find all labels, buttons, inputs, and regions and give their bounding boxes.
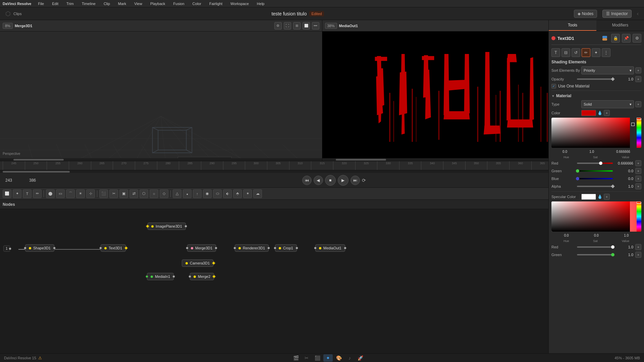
red-slider[interactable]: [577, 163, 613, 164]
hue-canvas[interactable]: [637, 118, 641, 148]
menu-playback[interactable]: Playback: [149, 1, 167, 6]
page-icon-cut[interactable]: ✂: [302, 354, 311, 362]
viewer-left-zoom[interactable]: 8%: [3, 23, 13, 29]
node-merge2[interactable]: Merge2: [190, 273, 214, 280]
inspector-tool-grid[interactable]: ⊟: [561, 48, 570, 57]
tool-light[interactable]: ☀: [76, 189, 85, 198]
collapse-icon[interactable]: ‹: [637, 11, 639, 17]
tool-poly2[interactable]: ◇: [160, 189, 168, 198]
inspector-tool-star[interactable]: ✦: [592, 48, 600, 57]
tool-cloud[interactable]: ☁: [253, 189, 262, 198]
node-text3d1[interactable]: Text3D1: [101, 244, 126, 252]
specular-hue-canvas[interactable]: [637, 201, 641, 232]
page-icon-audio[interactable]: ♪: [345, 354, 354, 362]
menu-timeline[interactable]: Timeline: [80, 1, 97, 6]
inspector-tool-t[interactable]: T: [551, 48, 560, 57]
nodes-button[interactable]: ◈ Nodes: [574, 10, 597, 18]
inspector-node-color-pick[interactable]: [600, 34, 609, 43]
tool-circle[interactable]: ○: [150, 189, 158, 198]
inspector-button[interactable]: ☰ Inspector: [602, 10, 631, 18]
inspector-tool-more[interactable]: ⋮: [602, 48, 610, 57]
node-partial[interactable]: 1: [3, 245, 10, 252]
tool-2d-transform[interactable]: ⬛: [99, 189, 108, 198]
tool-crop[interactable]: ▣: [119, 189, 128, 198]
opacity-add-btn[interactable]: +: [635, 76, 641, 82]
tool-paint[interactable]: ✏: [33, 189, 42, 198]
specular-dropper-icon[interactable]: 💧: [597, 194, 602, 199]
tool-flip[interactable]: ⇄: [129, 189, 138, 198]
tool-clip[interactable]: ✂: [109, 189, 118, 198]
tool-select[interactable]: ⬜: [3, 189, 11, 198]
blue-add-btn[interactable]: +: [635, 176, 641, 182]
viewer-right-zoom[interactable]: 38%: [325, 23, 337, 29]
inspector-tool-paint[interactable]: ✏: [582, 48, 590, 57]
menu-clip[interactable]: Clip: [102, 1, 111, 6]
color-swatch[interactable]: [581, 110, 596, 116]
tool-text[interactable]: T: [23, 189, 32, 198]
menu-view[interactable]: View: [133, 1, 144, 6]
tool-3d-4[interactable]: ◉: [203, 189, 212, 198]
node-mediain1[interactable]: MediaIn1: [147, 273, 174, 280]
alpha-slider[interactable]: [577, 186, 613, 187]
red-add-btn[interactable]: +: [635, 160, 641, 166]
go-start-button[interactable]: ⏮: [302, 176, 312, 185]
color-add-btn[interactable]: +: [604, 110, 610, 116]
viewer-left-more-btn[interactable]: •••: [312, 22, 319, 29]
sort-elements-add-btn[interactable]: +: [635, 67, 641, 73]
alpha-add-btn[interactable]: +: [635, 183, 641, 189]
viewer-left-fit-btn[interactable]: ⬜: [303, 22, 310, 29]
tool-polygon[interactable]: ⬡: [140, 189, 148, 198]
menu-trim[interactable]: Trim: [65, 1, 75, 6]
spec-green-thumb[interactable]: [611, 253, 614, 256]
viewer-left-grid-btn[interactable]: ⊞: [293, 22, 301, 29]
page-icon-edit[interactable]: ⬛: [313, 354, 322, 362]
node-merge3d1[interactable]: Merge3D1: [187, 244, 216, 252]
viewer-left-fullscreen-btn[interactable]: ⛶: [284, 22, 291, 29]
page-icon-fusion[interactable]: ✦: [323, 354, 333, 362]
inspector-settings-btn[interactable]: ⚙: [633, 34, 641, 43]
page-icon-color[interactable]: 🎨: [334, 354, 343, 362]
specular-canvas[interactable]: [551, 201, 635, 232]
tool-move[interactable]: ✦: [13, 189, 21, 198]
node-camera3d1[interactable]: Camera3D1: [182, 259, 213, 267]
spec-red-add-btn[interactable]: +: [635, 244, 641, 250]
inspector-tool-transform[interactable]: ↺: [572, 48, 580, 57]
blue-thumb[interactable]: [576, 177, 579, 180]
menu-fusion[interactable]: Fusion: [172, 1, 186, 6]
loop-button[interactable]: ⟳: [362, 178, 366, 183]
menu-file[interactable]: File: [37, 1, 45, 6]
stop-button[interactable]: ■: [325, 175, 336, 186]
page-icon-deliver[interactable]: 🚀: [356, 354, 365, 362]
red-thumb[interactable]: [599, 162, 602, 165]
color-crosshair[interactable]: [631, 123, 635, 126]
scrubber-thumb-left[interactable]: [13, 159, 64, 161]
material-arrow[interactable]: ▼: [551, 94, 555, 98]
alpha-thumb[interactable]: [611, 184, 614, 188]
type-add-btn[interactable]: +: [635, 101, 641, 107]
timeline-scrollbar[interactable]: [0, 170, 644, 173]
menu-fairlight[interactable]: Fairlight: [208, 1, 224, 6]
opacity-slider[interactable]: [577, 78, 613, 80]
play-button[interactable]: ▶: [338, 175, 348, 186]
scrubber-thumb-right[interactable]: [336, 159, 386, 161]
tool-3d-6[interactable]: ⬖: [223, 189, 232, 198]
tool-ellipse[interactable]: ⬤: [46, 189, 55, 198]
use-one-material-checkbox[interactable]: [551, 84, 556, 88]
green-thumb[interactable]: [576, 169, 579, 173]
green-add-btn[interactable]: +: [635, 168, 641, 174]
menu-workspace[interactable]: Workspace: [229, 1, 250, 6]
tool-tracker[interactable]: ⊹: [86, 189, 95, 198]
go-end-button[interactable]: ⏭: [351, 176, 360, 185]
tool-particles[interactable]: ✶: [243, 189, 252, 198]
tool-3d-7[interactable]: ⬘: [233, 189, 242, 198]
color-dropper-icon[interactable]: 💧: [597, 111, 602, 115]
page-icon-media[interactable]: 🎬: [291, 354, 301, 362]
spec-green-add-btn[interactable]: +: [635, 252, 641, 258]
color-canvas[interactable]: [551, 118, 635, 148]
type-dropdown[interactable]: Solid ▾: [581, 100, 634, 108]
spec-red-slider[interactable]: [577, 246, 613, 248]
tool-3d-2[interactable]: ⬥: [183, 189, 192, 198]
inspector-lock-btn[interactable]: 🔒: [611, 34, 620, 43]
inspector-pin-btn[interactable]: 📌: [622, 34, 631, 43]
specular-color-gradient-box[interactable]: [551, 201, 641, 232]
